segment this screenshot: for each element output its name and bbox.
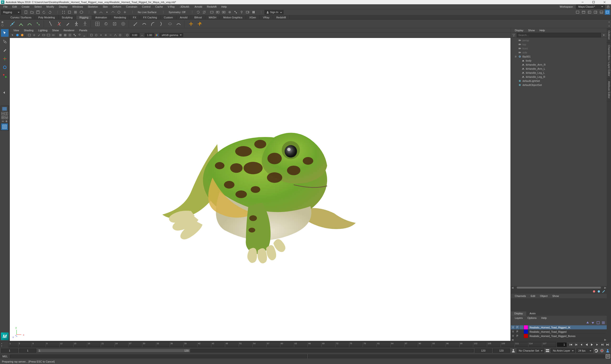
vp-exposure-icon[interactable]: [125, 33, 130, 37]
snap-curve-icon[interactable]: [98, 10, 104, 15]
panel-toggle-6-icon[interactable]: [605, 10, 610, 15]
vp-image-plane-icon[interactable]: [27, 33, 31, 37]
vp-menu-panels[interactable]: Panels: [77, 28, 90, 32]
vp-camera-attr-icon[interactable]: [15, 33, 20, 37]
vp-select-camera-icon[interactable]: [11, 33, 15, 37]
menu-skeleton[interactable]: Skeleton: [85, 5, 100, 9]
layout-3-icon[interactable]: [5, 116, 8, 119]
outliner-hscroll[interactable]: ◀▶: [511, 286, 607, 289]
render-region-icon[interactable]: [215, 10, 220, 15]
layout-add-icon[interactable]: [5, 120, 8, 123]
menu-arnold[interactable]: Arnold: [192, 5, 205, 9]
shelf-tab-animation[interactable]: Animation: [92, 15, 111, 19]
undo-icon[interactable]: [41, 10, 47, 15]
layer-vis-cell[interactable]: V: [511, 330, 515, 334]
play-fwd-icon[interactable]: [589, 342, 594, 347]
menu-edit[interactable]: Edit: [10, 5, 19, 9]
last-tool-icon[interactable]: [1, 89, 9, 96]
vp-lights-icon[interactable]: [77, 33, 82, 37]
panel-toggle-1-icon[interactable]: [575, 10, 580, 15]
layer-row[interactable]: VPRealistic_Horned_Toad_Rigged_Bones: [511, 334, 607, 338]
character-set-selector[interactable]: No Character Set: [517, 349, 544, 353]
chan-icon-3[interactable]: [602, 290, 605, 293]
chan-icon-2[interactable]: [597, 290, 600, 293]
shelf-config-icon[interactable]: [1, 21, 8, 27]
ik-spline-icon[interactable]: [26, 20, 33, 28]
pause-icon[interactable]: [251, 10, 256, 15]
charset-icon[interactable]: [511, 348, 516, 353]
panel-toggle-2-icon[interactable]: [581, 10, 586, 15]
shelf-tab-poly-modeling[interactable]: Poly Modeling: [35, 15, 58, 19]
layer-menu-options[interactable]: Options: [525, 316, 539, 320]
vp-wire-shaded-icon[interactable]: [68, 33, 72, 37]
animlayer-icon[interactable]: [545, 348, 550, 353]
menu-constrain[interactable]: Constrain: [124, 5, 140, 9]
command-input[interactable]: [10, 354, 307, 358]
outliner-node[interactable]: ikHandle_Arm_L: [511, 66, 607, 71]
layer-new-selected-icon[interactable]: [601, 321, 605, 325]
outliner-search-input[interactable]: [517, 33, 601, 37]
prefs-icon[interactable]: [605, 348, 610, 353]
new-scene-icon[interactable]: [23, 10, 29, 15]
layout-2v-icon[interactable]: [5, 112, 8, 115]
layer-color-swatch[interactable]: [524, 325, 528, 329]
outliner-node[interactable]: ikHandle_Leg_R: [511, 75, 607, 79]
nonlinear-bend-icon[interactable]: [149, 20, 157, 28]
wrap-icon[interactable]: [119, 20, 127, 28]
select-by-face-icon[interactable]: [73, 10, 78, 15]
menu-cache[interactable]: Cache: [153, 5, 165, 9]
menu-help[interactable]: Help: [219, 5, 229, 9]
shelf-tab-fx[interactable]: FX: [130, 15, 140, 19]
menu-v-ray[interactable]: V-Ray: [165, 5, 177, 9]
outliner-node[interactable]: defaultObjectSet: [511, 83, 607, 87]
outliner-node[interactable]: defaultLightSet: [511, 79, 607, 83]
shelf-tab-xgen[interactable]: XGen: [246, 15, 260, 19]
timeline-config-icon[interactable]: ▲▼: [0, 342, 3, 347]
hypershade-icon[interactable]: [233, 10, 238, 15]
select-by-edge-icon[interactable]: [67, 10, 72, 15]
shelf-tab-sculpting[interactable]: Sculpting: [58, 15, 76, 19]
move-tool-icon[interactable]: [1, 55, 9, 63]
bind-skin-icon[interactable]: [47, 20, 54, 28]
outliner-node[interactable]: ikHandle_Arm_R: [511, 63, 607, 66]
go-end-icon[interactable]: [605, 342, 610, 347]
history-off-icon[interactable]: [202, 10, 207, 15]
deform-icon[interactable]: [140, 20, 148, 28]
shelf-tab-bifrost[interactable]: Bifrost: [191, 15, 205, 19]
select-tool-icon[interactable]: [1, 29, 9, 37]
vp-bookmark-icon[interactable]: [20, 33, 24, 37]
autokey-icon[interactable]: [599, 348, 604, 353]
panel-toggle-3-icon[interactable]: [587, 10, 592, 15]
vp-xray-icon[interactable]: [94, 33, 98, 37]
menu-set-selector[interactable]: Rigging: [1, 10, 21, 14]
paint-select-tool-icon[interactable]: [1, 46, 9, 54]
save-scene-icon[interactable]: [35, 10, 40, 15]
outliner-menu-show[interactable]: Show: [526, 28, 537, 32]
layer-new-empty-icon[interactable]: [596, 321, 600, 325]
menu-windows[interactable]: Windows: [70, 5, 85, 9]
prev-key-icon[interactable]: [574, 342, 579, 347]
create-cluster-icon[interactable]: [132, 20, 139, 28]
outliner-node[interactable]: persp: [511, 38, 607, 42]
vp-xray-joints-icon[interactable]: [99, 33, 103, 37]
next-key-icon[interactable]: [600, 342, 605, 347]
vp-menu-renderer[interactable]: Renderer: [61, 28, 77, 32]
shelf-tab-mash[interactable]: MASH: [205, 15, 220, 19]
vp-menu-shading[interactable]: Shading: [22, 28, 36, 32]
blend-shape-icon[interactable]: [111, 20, 118, 28]
rotate-tool-icon[interactable]: [1, 64, 9, 71]
play-back-icon[interactable]: [584, 342, 589, 347]
snap-live-icon[interactable]: [116, 10, 121, 15]
vp-colorspace-selector[interactable]: sRGB gamma: [159, 33, 183, 37]
channel-box-body[interactable]: [511, 298, 607, 312]
snap-misc-icon[interactable]: [122, 10, 128, 15]
layer-move-down-icon[interactable]: [591, 321, 595, 325]
layer-menu-help[interactable]: Help: [539, 316, 549, 320]
range-slider[interactable]: 1120: [37, 349, 474, 352]
vp-2d-pan-icon[interactable]: [32, 33, 36, 37]
outliner-node[interactable]: ⊞Bip001: [511, 54, 607, 58]
menu-create[interactable]: Create: [19, 5, 32, 9]
outliner-search-dropdown-icon[interactable]: ▼: [602, 33, 606, 37]
shelf-tab-custom[interactable]: Custom: [160, 15, 176, 19]
minimize-button[interactable]: [577, 0, 588, 4]
